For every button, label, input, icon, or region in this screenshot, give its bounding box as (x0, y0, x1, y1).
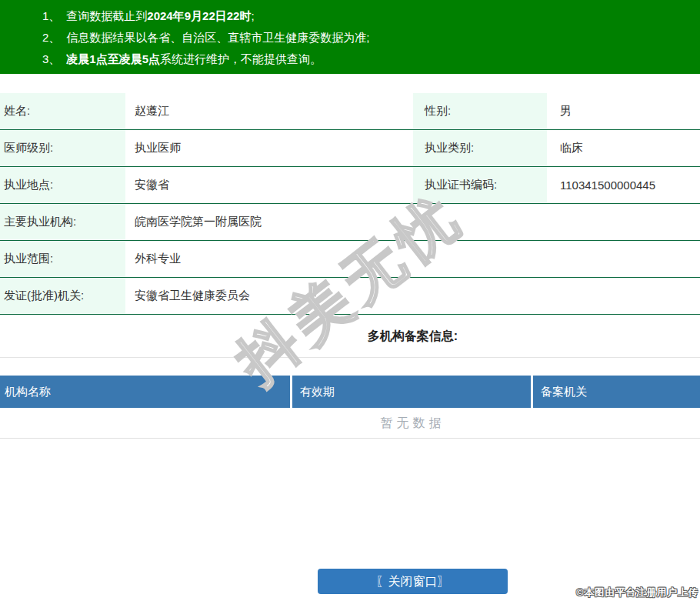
notice-line-2: 2、信息数据结果以各省、自治区、直辖市卫生健康委数据为准; (42, 27, 700, 48)
image-attribution-stamp: ©本图由平台注册用户上传 (576, 586, 698, 599)
notice-text-bold: 凌晨1点至凌晨5点 (66, 52, 160, 65)
field-label-name: 姓名: (0, 93, 125, 129)
field-value-practice-location: 安徽省 (125, 167, 413, 203)
notice-text: 系统进行维护，不能提供查询。 (160, 52, 322, 65)
notice-line-3: 3、凌晨1点至凌晨5点系统进行维护，不能提供查询。 (42, 48, 700, 70)
field-value-certificate-number: 110341500000445 (547, 167, 700, 203)
notice-text: ; (251, 9, 254, 22)
field-value-practice-category: 临床 (547, 130, 700, 166)
field-value-practice-scope: 外科专业 (125, 241, 700, 277)
column-header-validity-period: 有效期 (292, 376, 533, 408)
notice-number: 3、 (42, 52, 60, 65)
column-header-institution-name: 机构名称 (0, 376, 292, 408)
spacer (0, 358, 700, 376)
field-value-doctor-level: 执业医师 (125, 130, 413, 166)
field-value-name: 赵遵江 (125, 93, 413, 129)
close-window-button[interactable]: 〖关闭窗口〗 (318, 569, 508, 594)
table-row-location-certificate: 执业地点: 安徽省 执业证书编码: 110341500000445 (0, 167, 700, 204)
notice-text: 信息数据结果以各省、自治区、直辖市卫生健康委数据为准; (66, 31, 369, 44)
notice-banner: 1、查询数据截止到2024年9月22日22时; 2、信息数据结果以各省、自治区、… (0, 0, 700, 74)
field-value-issuing-authority: 安徽省卫生健康委员会 (125, 278, 700, 314)
field-label-practice-category: 执业类别: (413, 130, 547, 166)
notice-line-1: 1、查询数据截止到2024年9月22日22时; (42, 5, 700, 27)
notice-number: 1、 (42, 9, 60, 22)
empty-data-message: 暂无数据 (0, 408, 700, 439)
field-label-gender: 性别: (413, 93, 547, 129)
field-label-doctor-level: 医师级别: (0, 130, 125, 166)
table-row-issuing-authority: 发证(批准)机关: 安徽省卫生健康委员会 (0, 278, 700, 315)
field-label-issuing-authority: 发证(批准)机关: (0, 278, 125, 314)
column-header-record-authority: 备案机关 (533, 376, 700, 408)
field-value-gender: 男 (547, 93, 700, 129)
field-label-certificate-number: 执业证书编码: (413, 167, 547, 203)
notice-text: 查询数据截止到 (66, 9, 147, 22)
field-label-practice-scope: 执业范围: (0, 241, 125, 277)
table-row-name-gender: 姓名: 赵遵江 性别: 男 (0, 93, 700, 130)
notice-text-bold: 2024年9月22日22时 (147, 9, 251, 22)
multi-org-table-header: 机构名称 有效期 备案机关 (0, 376, 700, 408)
practitioner-info-table: 姓名: 赵遵江 性别: 男 医师级别: 执业医师 执业类别: 临床 执业地点: … (0, 93, 700, 315)
field-label-practice-location: 执业地点: (0, 167, 125, 203)
table-row-main-institution: 主要执业机构: 皖南医学院第一附属医院 (0, 204, 700, 241)
notice-number: 2、 (42, 31, 60, 44)
table-row-practice-scope: 执业范围: 外科专业 (0, 241, 700, 278)
field-label-main-institution: 主要执业机构: (0, 204, 125, 240)
field-value-main-institution: 皖南医学院第一附属医院 (125, 204, 700, 240)
table-row-level-category: 医师级别: 执业医师 执业类别: 临床 (0, 130, 700, 167)
multi-org-section-title: 多机构备案信息: (0, 315, 700, 358)
